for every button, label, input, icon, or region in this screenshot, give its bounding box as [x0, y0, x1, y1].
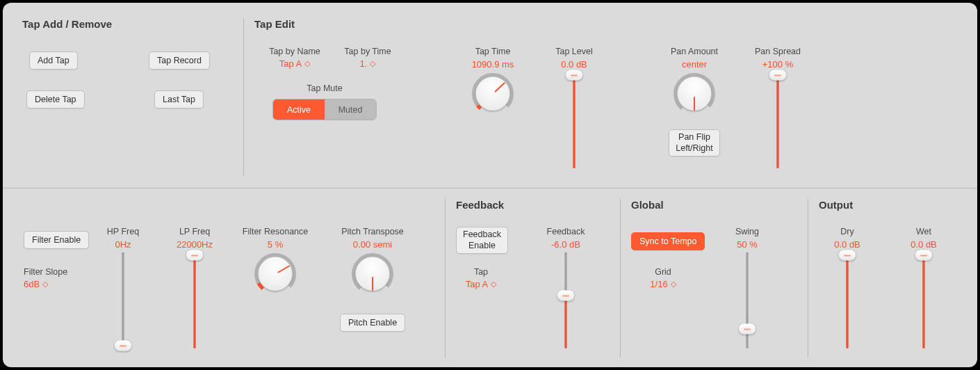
feedback-label: Feedback	[547, 227, 585, 236]
tap-time-label: Tap Time	[475, 47, 511, 56]
section-title-tap-add: Tap Add / Remove	[22, 18, 112, 30]
feedback-tap-label: Tap	[474, 267, 488, 277]
grid-label: Grid	[655, 267, 671, 277]
swing-value: 50 %	[737, 239, 758, 250]
sync-to-tempo-button[interactable]: Sync to Tempo	[631, 232, 705, 250]
delete-tap-button[interactable]: Delete Tap	[26, 90, 85, 108]
tap-by-name-select[interactable]: Tap A ◇	[279, 58, 311, 69]
tap-by-time-label: Tap by Time	[344, 47, 391, 56]
add-tap-button[interactable]: Add Tap	[29, 51, 78, 70]
filter-slope-select[interactable]: 6dB ◇	[24, 279, 48, 289]
tap-time-value: 1090.9 ms	[472, 59, 514, 70]
dry-value: 0.0 dB	[834, 239, 860, 250]
feedback-enable-button[interactable]: Feedback Enable	[456, 227, 508, 254]
lp-freq-value: 22000Hz	[177, 239, 213, 250]
pan-flip-button[interactable]: Pan Flip Left/Right	[669, 129, 720, 156]
hp-freq-value: 0Hz	[115, 239, 131, 250]
divider	[445, 199, 446, 357]
hp-freq-label: HP Freq	[107, 227, 139, 236]
grid-select[interactable]: 1/16 ◇	[650, 279, 676, 289]
tap-by-name-label: Tap by Name	[269, 47, 320, 56]
pan-spread-label: Pan Spread	[755, 47, 801, 56]
chevron-updown-icon: ◇	[42, 280, 48, 289]
tap-level-label: Tap Level	[555, 47, 593, 56]
tap-by-time-select[interactable]: 1. ◇	[360, 58, 376, 69]
pitch-transpose-value: 0.00 semi	[353, 239, 392, 250]
hp-freq-slider[interactable]	[115, 252, 131, 348]
pan-amount-knob[interactable]	[673, 72, 716, 115]
chevron-updown-icon: ◇	[370, 59, 375, 68]
dry-label: Dry	[840, 227, 854, 236]
section-title-global: Global	[631, 199, 664, 211]
wet-label: Wet	[916, 227, 931, 236]
section-title-feedback: Feedback	[456, 199, 504, 211]
pan-amount-label: Pan Amount	[671, 47, 718, 56]
pan-amount-value: center	[682, 59, 707, 70]
feedback-tap-select[interactable]: Tap A ◇	[466, 279, 497, 289]
pitch-enable-button[interactable]: Pitch Enable	[340, 314, 405, 332]
section-title-tap-edit: Tap Edit	[254, 18, 295, 30]
divider	[243, 18, 244, 177]
swing-slider[interactable]	[739, 252, 756, 348]
tap-record-button[interactable]: Tap Record	[149, 51, 210, 70]
section-title-output: Output	[819, 199, 853, 211]
pitch-transpose-label: Pitch Transpose	[341, 227, 404, 236]
chevron-updown-icon: ◇	[671, 280, 676, 289]
tap-mute-label: Tap Mute	[307, 83, 342, 93]
last-tap-button[interactable]: Last Tap	[154, 90, 204, 108]
chevron-updown-icon: ◇	[491, 280, 496, 289]
dry-slider[interactable]	[839, 252, 856, 348]
swing-label: Swing	[735, 227, 759, 236]
filter-resonance-label: Filter Resonance	[243, 227, 309, 236]
divider	[3, 188, 977, 188]
filter-enable-button[interactable]: Filter Enable	[24, 231, 89, 249]
pan-spread-value: +100 %	[762, 59, 793, 70]
chevron-updown-icon: ◇	[304, 59, 310, 68]
divider	[620, 199, 621, 357]
filter-resonance-knob[interactable]	[254, 252, 297, 296]
wet-slider[interactable]	[915, 252, 932, 348]
divider	[808, 199, 808, 357]
plugin-panel: Tap Add / Remove Add Tap Tap Record Dele…	[3, 3, 977, 367]
tap-time-knob[interactable]	[471, 72, 514, 115]
wet-value: 0.0 dB	[910, 239, 937, 250]
filter-slope-label: Filter Slope	[24, 267, 67, 277]
tap-mute-toggle[interactable]: Active Muted	[272, 99, 377, 120]
feedback-slider[interactable]	[557, 252, 574, 348]
feedback-value: -6.0 dB	[551, 239, 580, 250]
tap-level-value: 0.0 dB	[561, 59, 587, 70]
tap-level-slider[interactable]	[566, 72, 582, 168]
pan-spread-slider[interactable]	[769, 72, 786, 168]
lp-freq-label: LP Freq	[179, 227, 210, 236]
lp-freq-slider[interactable]	[186, 252, 203, 348]
filter-resonance-value: 5 %	[268, 239, 283, 250]
pitch-transpose-knob[interactable]	[351, 252, 394, 296]
